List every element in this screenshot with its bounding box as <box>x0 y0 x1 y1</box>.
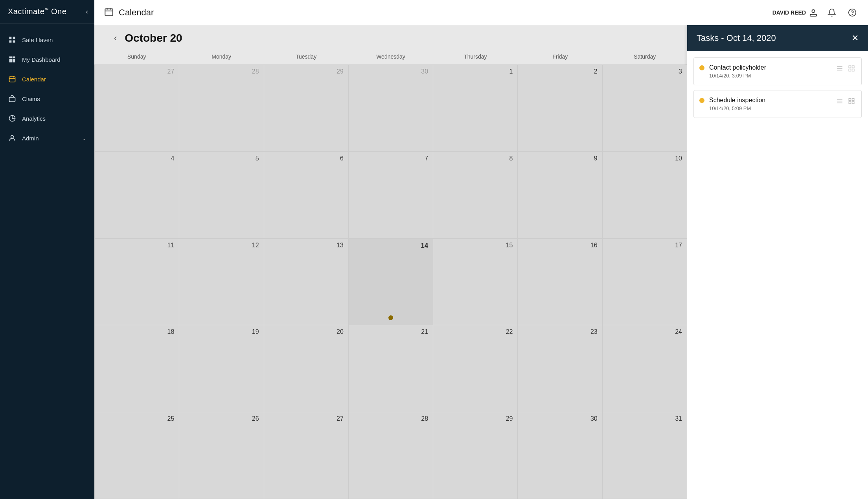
sidebar-collapse-button[interactable]: ‹ <box>86 8 88 15</box>
calendar-day-cell[interactable]: 13 <box>264 239 349 326</box>
grid-view-icon <box>848 98 855 105</box>
calendar-day-cell[interactable]: 15 <box>433 239 518 326</box>
calendar-day-cell[interactable]: 28 <box>349 412 433 499</box>
calendar-day-cell[interactable]: 3 <box>603 65 687 152</box>
calendar-day-cell[interactable]: 2 <box>518 65 602 152</box>
sidebar-item-claims[interactable]: Claims <box>0 89 94 109</box>
task-list-view-button[interactable] <box>835 64 844 75</box>
sidebar-item-safe-haven[interactable]: Safe Haven <box>0 30 94 50</box>
user-info[interactable]: DAVID REED <box>772 8 818 17</box>
task-card[interactable]: Schedule inspection 10/14/20, 5:09 PM <box>693 90 862 118</box>
svg-rect-5 <box>13 57 15 58</box>
help-button[interactable] <box>846 6 859 19</box>
calendar-day-cell[interactable]: 9 <box>518 152 602 239</box>
calendar-day-cell[interactable]: 6 <box>264 152 349 239</box>
day-number: 4 <box>171 155 174 162</box>
calendar-day-cell[interactable]: 18 <box>95 325 179 412</box>
calendar-day-cell[interactable]: 1 <box>433 65 518 152</box>
calendar-area: ‹ October 20 Sunday Monday Tuesday Wedne… <box>94 25 868 499</box>
svg-rect-33 <box>849 98 851 100</box>
day-number: 28 <box>252 68 259 75</box>
sidebar-item-label: Calendar <box>22 76 86 83</box>
sidebar-item-label: My Dashboard <box>22 56 86 63</box>
day-number: 18 <box>167 328 174 335</box>
day-number: 5 <box>256 155 259 162</box>
calendar-day-cell[interactable]: 11 <box>95 239 179 326</box>
calendar-day-cell[interactable]: 16 <box>518 239 602 326</box>
day-number: 30 <box>590 415 598 422</box>
analytics-icon <box>8 114 17 123</box>
main-content: Calendar DAVID REED ‹ October 20 <box>94 0 868 499</box>
list-view-icon <box>836 98 843 105</box>
user-avatar-icon <box>809 8 818 17</box>
calendar-day-cell[interactable]: 30 <box>518 412 602 499</box>
svg-rect-26 <box>849 66 851 68</box>
calendar-day-cell[interactable]: 19 <box>179 325 264 412</box>
svg-rect-6 <box>9 59 12 62</box>
task-card[interactable]: Contact policyholder 10/14/20, 3:09 PM <box>693 57 862 85</box>
day-number: 23 <box>590 328 598 335</box>
weekday-monday: Monday <box>179 51 263 63</box>
svg-rect-12 <box>9 98 15 102</box>
calendar-day-cell[interactable]: 21 <box>349 325 433 412</box>
task-grid-view-button[interactable] <box>847 97 856 107</box>
day-number: 3 <box>679 68 682 75</box>
svg-rect-0 <box>9 37 12 39</box>
day-number: 21 <box>421 328 428 335</box>
calendar-day-cell[interactable]: 25 <box>95 412 179 499</box>
calendar-day-cell[interactable]: 17 <box>603 239 687 326</box>
calendar-day-cell[interactable]: 4 <box>95 152 179 239</box>
svg-rect-34 <box>852 98 854 100</box>
calendar-main: ‹ October 20 Sunday Monday Tuesday Wedne… <box>94 25 687 499</box>
sidebar-item-label: Safe Haven <box>22 37 86 43</box>
calendar-day-cell[interactable]: 27 <box>264 412 349 499</box>
calendar-day-cell[interactable]: 20 <box>264 325 349 412</box>
task-list-view-button[interactable] <box>835 97 844 107</box>
svg-rect-2 <box>9 41 12 43</box>
svg-rect-36 <box>852 102 854 104</box>
sidebar-item-admin[interactable]: Admin ⌄ <box>0 128 94 148</box>
svg-rect-4 <box>9 57 12 58</box>
weekday-tuesday: Tuesday <box>264 51 348 63</box>
calendar-day-cell[interactable]: 12 <box>179 239 264 326</box>
calendar-day-cell[interactable]: 10 <box>603 152 687 239</box>
page-header: Calendar DAVID REED <box>94 0 868 25</box>
calendar-day-cell[interactable]: 30 <box>349 65 433 152</box>
user-name: DAVID REED <box>772 9 806 16</box>
briefcase-icon <box>8 94 17 103</box>
calendar-day-cell[interactable]: 8 <box>433 152 518 239</box>
tasks-close-button[interactable]: ✕ <box>851 34 859 42</box>
svg-point-14 <box>11 135 14 138</box>
day-number: 19 <box>252 328 259 335</box>
sidebar-item-calendar[interactable]: Calendar <box>0 69 94 89</box>
calendar-day-cell[interactable]: 28 <box>179 65 264 152</box>
calendar-prev-button[interactable]: ‹ <box>110 31 121 45</box>
calendar-header-icon <box>104 7 114 18</box>
day-number: 24 <box>675 328 682 335</box>
calendar-day-cell[interactable]: 23 <box>518 325 602 412</box>
grid-view-icon <box>848 65 855 72</box>
calendar-day-cell[interactable]: 29 <box>433 412 518 499</box>
day-number: 26 <box>252 415 259 422</box>
calendar-day-cell[interactable]: 7 <box>349 152 433 239</box>
calendar-day-cell[interactable]: 29 <box>264 65 349 152</box>
calendar-day-cell[interactable]: 27 <box>95 65 179 152</box>
day-number: 20 <box>337 328 344 335</box>
app-title-super: ™ <box>44 7 49 12</box>
calendar-day-cell[interactable]: 22 <box>433 325 518 412</box>
task-grid-view-button[interactable] <box>847 64 856 75</box>
notifications-button[interactable] <box>826 6 838 19</box>
calendar-weekdays: Sunday Monday Tuesday Wednesday Thursday… <box>94 51 687 64</box>
svg-point-19 <box>812 9 815 12</box>
day-number: 8 <box>509 155 513 162</box>
task-time: 10/14/20, 3:09 PM <box>709 73 831 79</box>
calendar-day-cell[interactable]: 26 <box>179 412 264 499</box>
sidebar-item-analytics[interactable]: Analytics <box>0 109 94 128</box>
calendar-day-cell[interactable]: 5 <box>179 152 264 239</box>
calendar-day-cell[interactable]: 24 <box>603 325 687 412</box>
calendar-day-cell[interactable]: 31 <box>603 412 687 499</box>
day-number: 17 <box>675 242 682 249</box>
app-logo: Xactimate™ One <box>8 7 66 16</box>
sidebar-item-my-dashboard[interactable]: My Dashboard <box>0 50 94 69</box>
calendar-day-cell[interactable]: 14 <box>349 239 433 326</box>
